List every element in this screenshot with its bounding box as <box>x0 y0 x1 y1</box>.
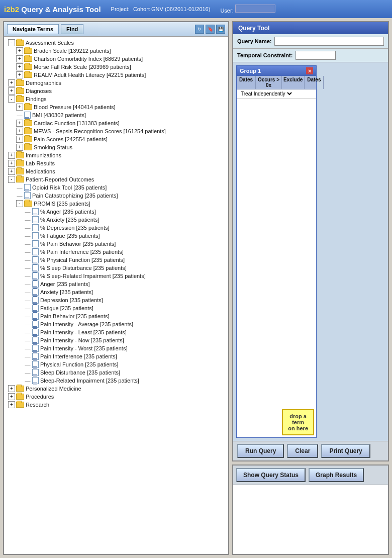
expand-icon-demographics[interactable]: + <box>8 79 15 86</box>
expand-icon-research[interactable]: + <box>8 401 15 408</box>
group1-drop-area[interactable]: drop a term on here <box>237 99 316 437</box>
expand-icon-charlson[interactable]: + <box>16 55 23 62</box>
tree-item-depression-pct[interactable]: —% Depression [235 patients] <box>6 224 226 232</box>
expand-icon-blood-pressure[interactable]: + <box>16 104 23 111</box>
tree-item-sleep-related-impairment[interactable]: —Sleep-Related Impairment [235 patients] <box>6 377 226 385</box>
tree-item-pain-behavior[interactable]: —Pain Behavior [235 patients] <box>6 312 226 320</box>
tree-item-blood-pressure[interactable]: +Blood Pressure [440414 patients] <box>6 103 226 111</box>
tree-item-procedures[interactable]: +Procedures <box>6 393 226 401</box>
tree-item-personalized-medicine[interactable]: +Personalized Medicine <box>6 385 226 393</box>
refresh-icon[interactable]: ↻ <box>195 25 204 34</box>
tree-item-realm[interactable]: +REALM Adult Health Literacy [42215 pati… <box>6 71 226 79</box>
tree-item-lab-results[interactable]: +Lab Results <box>6 159 226 167</box>
doc-icon-opioid <box>24 184 31 191</box>
tree-item-pain-interference[interactable]: —Pain Interference [235 patients] <box>6 352 226 360</box>
tree-label-cardiac: Cardiac Function [131383 patients] <box>34 120 120 126</box>
expand-icon-cardiac[interactable]: + <box>16 120 23 127</box>
temporal-input[interactable] <box>296 51 336 60</box>
expand-icon-smoking[interactable]: + <box>16 144 23 151</box>
tree-item-morse[interactable]: +Morse Fall Risk Scale [203969 patients] <box>6 63 226 71</box>
tree-item-diagnoses[interactable]: +Diagnoses <box>6 87 226 95</box>
tree-item-demographics[interactable]: +Demographics <box>6 79 226 87</box>
tree-item-cardiac[interactable]: +Cardiac Function [131383 patients] <box>6 119 226 127</box>
tree-leaf-dash-depression-pct: — <box>24 225 31 231</box>
tree-item-research[interactable]: +Research <box>6 401 226 409</box>
tree-label-procedures: Procedures <box>26 394 54 400</box>
tree-item-smoking[interactable]: +Smoking Status <box>6 143 226 151</box>
tree-item-medications[interactable]: +Medications <box>6 167 226 175</box>
tab-navigate-terms[interactable]: Navigate Terms <box>7 24 59 34</box>
expand-icon-realm[interactable]: + <box>16 71 23 78</box>
tree-item-findings[interactable]: -Findings <box>6 95 226 103</box>
folder-icon-morse <box>24 64 32 70</box>
tree-item-fatigue-pct[interactable]: —% Fatigue [235 patients] <box>6 232 226 240</box>
tree-item-opioid[interactable]: —Opioid Risk Tool [235 patients] <box>6 183 226 192</box>
expand-icon-morse[interactable]: + <box>16 63 23 70</box>
tree-item-sleep-disturbance-pct[interactable]: —% Sleep Disturbance [235 patients] <box>6 264 226 272</box>
expand-icon-personalized-medicine[interactable]: + <box>8 385 15 392</box>
tab-find[interactable]: Find <box>61 24 83 34</box>
expand-icon-patient-reported[interactable]: - <box>8 176 15 183</box>
tree-item-pain-intensity-now[interactable]: —Pain Intensity - Now [235 patients] <box>6 336 226 344</box>
expand-icon-pain-scores[interactable]: + <box>16 136 23 143</box>
tree-item-braden[interactable]: +Braden Scale [139212 patients] <box>6 47 226 55</box>
expand-icon-braden[interactable]: + <box>16 47 23 54</box>
tree-item-pain-catastrophizing[interactable]: —Pain Catastrophizing [235 patients] <box>6 192 226 200</box>
graph-results-button[interactable]: Graph Results <box>309 468 364 482</box>
tree-item-pain-intensity-least[interactable]: —Pain Intensity - Least [235 patients] <box>6 328 226 336</box>
tree-item-bmi[interactable]: —BMI [430302 patients] <box>6 111 226 119</box>
bookmark-icon[interactable]: 🔖 <box>206 25 215 34</box>
tree-item-patient-reported[interactable]: -Patient-Reported Outcomes <box>6 175 226 183</box>
expand-icon-immunizations[interactable]: + <box>8 152 15 159</box>
tree-item-anger[interactable]: —Anger [235 patients] <box>6 280 226 288</box>
folder-icon-patient-reported <box>16 176 24 182</box>
tree-leaf-dash-anger: — <box>24 281 31 287</box>
tree-label-anger: Anger [235 patients] <box>40 281 89 287</box>
expand-icon-diagnoses[interactable]: + <box>8 87 15 95</box>
tree-item-sleep-disturbance[interactable]: —Sleep Disturbance [235 patients] <box>6 368 226 377</box>
tree-item-fatigue[interactable]: —Fatigue [235 patients] <box>6 304 226 312</box>
tree-item-anxiety[interactable]: —Anxiety [235 patients] <box>6 288 226 296</box>
tree-item-pain-intensity-worst[interactable]: —Pain Intensity - Worst [235 patients] <box>6 344 226 352</box>
treat-independently-select[interactable]: Treat Independently <box>239 90 293 97</box>
tree-item-assessment-scales[interactable]: -Assessment Scales <box>6 39 226 47</box>
expand-icon-promis[interactable]: - <box>16 200 23 207</box>
tree-item-pain-interference-pct[interactable]: —% Pain Interference [235 patients] <box>6 248 226 256</box>
expand-icon-medications[interactable]: + <box>8 168 15 175</box>
tree-leaf-dash-pain-intensity-avg: — <box>24 321 31 327</box>
expand-icon-mews[interactable]: + <box>16 128 23 135</box>
folder-icon-blood-pressure <box>24 104 32 110</box>
tree-item-anger-pct[interactable]: —% Anger [235 patients] <box>6 208 226 216</box>
tree-item-physical-function[interactable]: —Physical Function [235 patients] <box>6 360 226 368</box>
group1-close-button[interactable]: ✕ <box>306 67 313 74</box>
tree-item-pain-scores[interactable]: +Pain Scores [242554 patients] <box>6 135 226 143</box>
tree-item-sleep-related-pct[interactable]: —% Sleep-Related Impairment [235 patient… <box>6 272 226 280</box>
clear-button[interactable]: Clear <box>287 444 318 458</box>
expand-icon-lab-results[interactable]: + <box>8 160 15 167</box>
expand-icon-procedures[interactable]: + <box>8 393 15 400</box>
tree-item-depression[interactable]: —Depression [235 patients] <box>6 296 226 304</box>
query-name-input[interactable] <box>274 37 384 46</box>
save-icon[interactable]: 💾 <box>216 25 225 34</box>
expand-icon-assessment-scales[interactable]: - <box>8 39 15 46</box>
tree-label-demographics: Demographics <box>26 80 61 86</box>
tree-item-immunizations[interactable]: +Immunizations <box>6 151 226 159</box>
tree-item-pain-intensity-avg[interactable]: —Pain Intensity - Average [235 patients] <box>6 320 226 328</box>
run-query-button[interactable]: Run Query <box>237 444 284 458</box>
group1-column-headers: Dates Occurs > 0x Exclude Dates <box>237 76 316 89</box>
tree-label-depression-pct: % Depression [235 patients] <box>40 225 110 231</box>
query-tool-panel: Query Tool Query Name: Temporal Constrai… <box>232 21 389 461</box>
tree-item-pain-behavior-pct[interactable]: —% Pain Behavior [235 patients] <box>6 240 226 248</box>
tree-item-physical-function-pct[interactable]: —% Physical Function [235 patients] <box>6 256 226 264</box>
expand-icon-findings[interactable]: - <box>8 96 15 103</box>
tree-item-charlson[interactable]: +Charlson Comorbidity Index [68629 patie… <box>6 55 226 63</box>
doc-icon-pain-intensity-avg <box>32 321 39 328</box>
print-query-button[interactable]: Print Query <box>321 444 370 458</box>
tree-leaf-dash-opioid: — <box>16 184 23 191</box>
tree-item-promis[interactable]: -PROMIS [235 patients] <box>6 200 226 208</box>
show-query-status-button[interactable]: Show Query Status <box>236 468 306 482</box>
doc-icon-bmi <box>24 112 31 119</box>
tree-item-anxiety-pct[interactable]: —% Anxiety [235 patients] <box>6 216 226 224</box>
tree-item-mews[interactable]: +MEWS - Sepsis Recognition Scores [16125… <box>6 127 226 135</box>
tree-leaf-dash-pain-intensity-now: — <box>24 337 31 343</box>
